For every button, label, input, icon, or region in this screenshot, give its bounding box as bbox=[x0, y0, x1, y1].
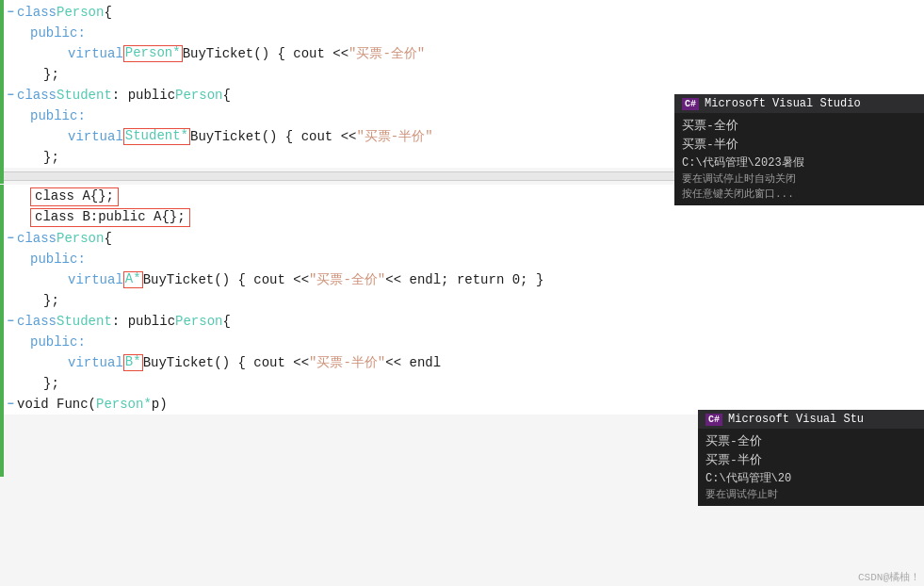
collapse-icon-1[interactable]: − bbox=[4, 6, 17, 19]
kw-class-1: class bbox=[17, 5, 57, 20]
extends-b7: : public bbox=[112, 314, 175, 329]
close-brace-b10: }; bbox=[43, 376, 59, 391]
console-title-text-top: Microsoft Visual Studio bbox=[705, 97, 861, 110]
console-output-bottom-line-2: 买票-半价 bbox=[705, 451, 916, 470]
code-line-b2: class B:public A{}; bbox=[0, 207, 924, 228]
method-buyticket-2: BuyTicket() { cout << bbox=[190, 129, 356, 144]
code-line-b3: − class Person { bbox=[0, 228, 924, 249]
code-line-1: − class Person { bbox=[0, 2, 924, 23]
param-type-b11: Person* bbox=[96, 397, 152, 412]
class-name-person-1: Person bbox=[57, 5, 104, 20]
class-name-student-b7: Student bbox=[57, 314, 112, 329]
code-line-b8: public: bbox=[0, 332, 924, 352]
method-buyticket-b5: BuyTicket() { cout << bbox=[143, 272, 309, 287]
console-output-line-1: 买票-全价 bbox=[682, 117, 916, 136]
kw-class-2: class bbox=[17, 88, 57, 103]
endl-b9: << endl bbox=[385, 355, 441, 370]
return-type-b: B* bbox=[123, 354, 143, 370]
collapse-icon-b3[interactable]: − bbox=[4, 232, 17, 245]
return-stmt-b5: << endl; return 0; } bbox=[385, 272, 543, 287]
class-name-person-ref-1: Person bbox=[175, 88, 222, 103]
return-type-person: Person* bbox=[123, 45, 183, 61]
class-name-student-1: Student bbox=[57, 88, 112, 103]
param-name-b11: p) bbox=[152, 397, 168, 412]
console-body-top: 买票-全价 买票-半价 C:\代码管理\2023暑假 要在调试停止时自动关闭 按… bbox=[674, 113, 924, 205]
console-note-top-2: 按任意键关闭此窗口... bbox=[682, 187, 916, 202]
brace-b7: { bbox=[222, 314, 230, 329]
console-body-bottom: 买票-全价 买票-半价 C:\代码管理\20 要在调试停止时 bbox=[698, 429, 924, 506]
collapse-icon-b7[interactable]: − bbox=[4, 315, 17, 328]
code-line-b6: }; bbox=[0, 290, 924, 311]
return-type-a: A* bbox=[123, 271, 143, 287]
kw-virtual-1: virtual bbox=[68, 46, 123, 61]
console-path-top: C:\代码管理\2023暑假 bbox=[682, 155, 916, 171]
console-note-top-1: 要在调试停止时自动关闭 bbox=[682, 171, 916, 187]
string-quanprice-1: "买票-全价" bbox=[349, 45, 425, 62]
brace-1: { bbox=[104, 5, 111, 20]
code-line-3: virtual Person* BuyTicket() { cout << "买… bbox=[0, 43, 924, 64]
vs-icon-bottom: C# bbox=[705, 414, 722, 426]
code-line-2: public: bbox=[0, 23, 924, 43]
watermark: CSDN@橘柚！ bbox=[858, 570, 920, 584]
console-panel-top: C# Microsoft Visual Studio 买票-全价 买票-半价 C… bbox=[674, 94, 924, 205]
kw-virtual-b5: virtual bbox=[68, 272, 123, 287]
extends-1: : public bbox=[112, 88, 175, 103]
kw-virtual-b9: virtual bbox=[68, 355, 123, 370]
class-b-boxed: class B:public A{}; bbox=[30, 208, 190, 226]
console-panel-bottom: C# Microsoft Visual Stu 买票-全价 买票-半价 C:\代… bbox=[698, 410, 924, 506]
string-halfprice-b9: "买票-半价" bbox=[309, 354, 385, 371]
close-brace-1: }; bbox=[43, 67, 59, 82]
return-type-student: Student* bbox=[123, 128, 190, 144]
method-buyticket-1: BuyTicket() { cout << bbox=[183, 46, 349, 61]
code-line-b7: − class Student : public Person { bbox=[0, 311, 924, 332]
code-line-b9: virtual B* BuyTicket() { cout << "买票-半价"… bbox=[0, 352, 924, 373]
console-title-text-bottom: Microsoft Visual Stu bbox=[728, 413, 864, 426]
brace-2: { bbox=[222, 88, 230, 103]
console-title-top: C# Microsoft Visual Studio bbox=[674, 94, 924, 113]
close-brace-2: }; bbox=[43, 150, 59, 165]
kw-class-b7: class bbox=[17, 314, 57, 329]
console-output-line-2: 买票-半价 bbox=[682, 136, 916, 155]
kw-public-b4: public: bbox=[30, 252, 86, 267]
code-area: − class Person { public: virtual Person*… bbox=[0, 0, 924, 586]
console-note-bottom-1: 要在调试停止时 bbox=[705, 487, 916, 502]
close-brace-b6: }; bbox=[43, 293, 59, 308]
class-name-person-b3: Person bbox=[57, 231, 104, 246]
code-line-4: }; bbox=[0, 64, 924, 85]
bottom-code-section: class A{}; class B:public A{}; − class P… bbox=[0, 185, 924, 415]
string-halfprice-1: "买票-半价" bbox=[356, 128, 432, 145]
vs-icon-top: C# bbox=[682, 98, 699, 110]
class-a-boxed: class A{}; bbox=[30, 187, 119, 205]
kw-virtual-2: virtual bbox=[68, 129, 123, 144]
console-title-bottom: C# Microsoft Visual Stu bbox=[698, 410, 924, 429]
console-path-bottom: C:\代码管理\20 bbox=[705, 470, 916, 487]
green-gutter-bar bbox=[0, 0, 4, 184]
green-gutter-bar-2 bbox=[0, 185, 4, 477]
method-buyticket-b9: BuyTicket() { cout << bbox=[143, 355, 309, 370]
collapse-icon-2[interactable]: − bbox=[4, 89, 17, 102]
kw-class-b3: class bbox=[17, 231, 57, 246]
code-line-b5: virtual A* BuyTicket() { cout << "买票-全价"… bbox=[0, 269, 924, 290]
brace-b3: { bbox=[104, 231, 111, 246]
code-line-b10: }; bbox=[0, 373, 924, 394]
string-quanprice-b5: "买票-全价" bbox=[309, 271, 385, 288]
console-output-bottom-line-1: 买票-全价 bbox=[705, 432, 916, 451]
kw-public-b8: public: bbox=[30, 334, 86, 350]
class-name-person-ref-b7: Person bbox=[175, 314, 222, 329]
collapse-icon-b11[interactable]: − bbox=[4, 398, 17, 411]
kw-public-1: public: bbox=[30, 25, 86, 41]
kw-public-2: public: bbox=[30, 108, 86, 123]
code-line-b4: public: bbox=[0, 249, 924, 269]
void-func-b11: void Func( bbox=[17, 397, 96, 412]
